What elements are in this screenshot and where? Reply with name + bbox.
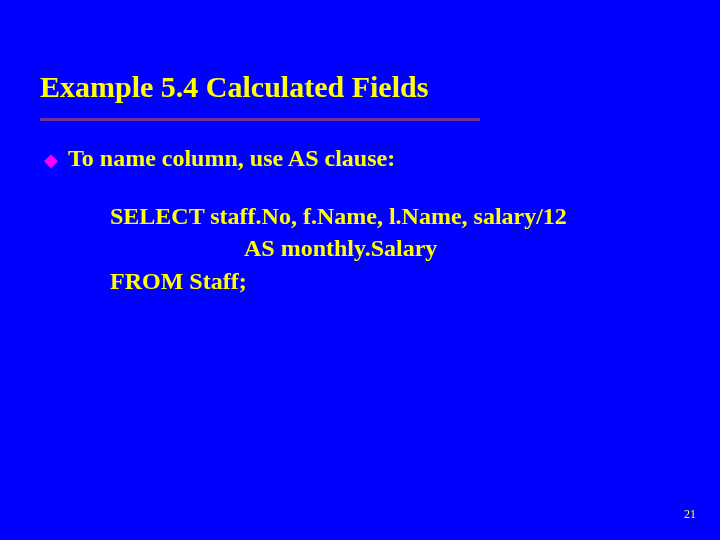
code-line-1: SELECT staff.No, f.Name, l.Name, salary/… (110, 200, 680, 232)
code-line-3: FROM Staff; (110, 265, 680, 297)
bullet-item: ◆ To name column, use AS clause: (44, 145, 680, 172)
title-underline (40, 118, 480, 121)
slide-container: Example 5.4 Calculated Fields ◆ To name … (0, 0, 720, 297)
diamond-icon: ◆ (44, 149, 58, 171)
code-line-2: AS monthly.Salary (244, 232, 680, 264)
page-number: 21 (684, 507, 696, 522)
slide-title: Example 5.4 Calculated Fields (40, 70, 680, 112)
code-block: SELECT staff.No, f.Name, l.Name, salary/… (110, 200, 680, 297)
bullet-text: To name column, use AS clause: (68, 145, 395, 172)
